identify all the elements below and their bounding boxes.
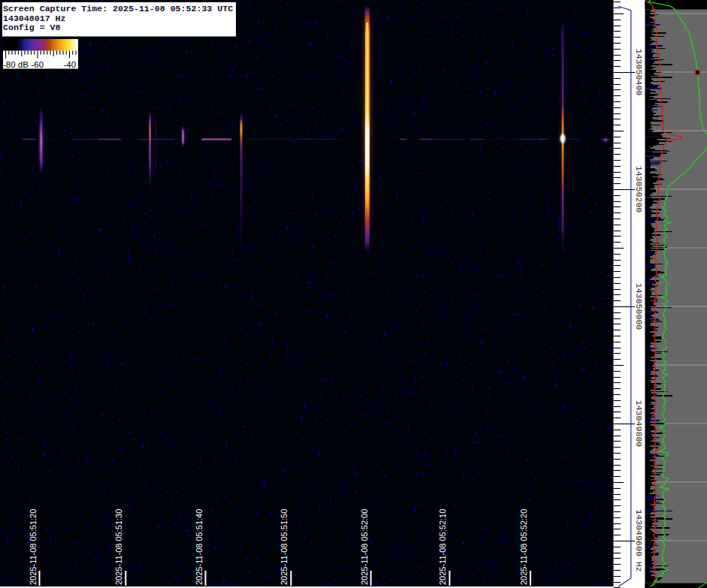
svg-text:143048017 Hz: 143048017 Hz bbox=[3, 14, 66, 23]
svg-text:2025-11-08 05:51:50: 2025-11-08 05:51:50 bbox=[279, 509, 289, 585]
svg-text:2025-11-08 05:51:20: 2025-11-08 05:51:20 bbox=[29, 509, 38, 585]
svg-text:-80 dB: -80 dB bbox=[3, 60, 29, 69]
svg-text:2025-11-08 05:52:20: 2025-11-08 05:52:20 bbox=[519, 509, 528, 585]
svg-text:2025-11-08 05:51:30: 2025-11-08 05:51:30 bbox=[114, 509, 123, 585]
svg-text:-60: -60 bbox=[32, 60, 44, 69]
svg-text:143049800: 143049800 bbox=[634, 400, 644, 448]
svg-text:143050000: 143050000 bbox=[634, 283, 644, 330]
svg-text:143050200: 143050200 bbox=[634, 166, 644, 213]
svg-text:Config = V8: Config = V8 bbox=[3, 23, 61, 32]
svg-text:2025-11-08 05:51:40: 2025-11-08 05:51:40 bbox=[195, 509, 204, 585]
svg-text:143049600 Hz: 143049600 Hz bbox=[634, 509, 644, 572]
svg-text:-40: -40 bbox=[64, 60, 77, 69]
svg-text:143050400: 143050400 bbox=[634, 49, 644, 96]
svg-text:2025-11-08 05:52:10: 2025-11-08 05:52:10 bbox=[438, 509, 447, 585]
svg-text:Screen Capture Time: 2025-11-0: Screen Capture Time: 2025-11-08 05:52:33… bbox=[3, 4, 233, 14]
svg-text:2025-11-08 05:52:00: 2025-11-08 05:52:00 bbox=[360, 509, 369, 585]
